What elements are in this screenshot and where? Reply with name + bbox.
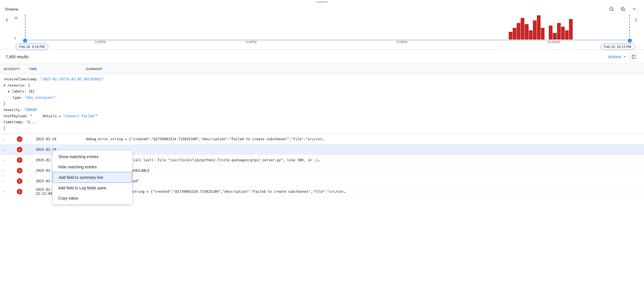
timeline-nav-left-button[interactable] — [2, 16, 11, 25]
results-count: 7,900 results — [6, 55, 28, 59]
row-expand-arrow[interactable]: › — [0, 169, 7, 173]
summary-cell: debug_error_string = {"created":"@173998… — [82, 137, 644, 141]
timeline-scroll-handle[interactable] — [316, 1, 328, 3]
zoom-out-button[interactable] — [606, 4, 617, 14]
log-field-labels: ▶ labels: {6} — [3, 89, 641, 95]
log-expanded-entry: receiveTimestamp: "2025-02-19T16:42:05.5… — [0, 74, 644, 134]
log-field-resource: ▼ resource: { — [3, 83, 641, 89]
context-menu-copy-value[interactable]: Copy value — [53, 193, 132, 203]
summary-cell: status = StatusCode.UNAVAILABLE — [82, 169, 644, 173]
severity-cell: ! — [7, 144, 32, 155]
severity-cell: ! — [7, 155, 32, 165]
table-header: SEVERITY TIME SUMMARY — [0, 64, 644, 74]
severity-cell: ! — [7, 166, 32, 176]
time-marker-2: 9:40PM — [246, 40, 257, 44]
severity-error-icon: ! — [17, 157, 22, 163]
severity-error-icon: ! — [17, 136, 22, 142]
context-menu-add-field-summary[interactable]: Add field to summary line — [53, 172, 132, 183]
y-axis-min: 0 — [14, 37, 16, 40]
y-axis-max: 4K — [14, 16, 18, 20]
row-expand-arrow[interactable]: › — [0, 190, 7, 194]
svg-rect-7 — [632, 55, 635, 58]
collapse-timeline-button[interactable] — [629, 4, 639, 14]
severity-cell: ! — [7, 176, 32, 186]
timeline-label-left[interactable]: Feb 19, 9:19 PM — [16, 44, 48, 50]
svg-line-4 — [624, 10, 625, 11]
log-field-receive-timestamp: receiveTimestamp: "2025-02-19T16:42:05.5… — [3, 76, 641, 83]
log-field-close: } — [3, 125, 641, 132]
severity-error-icon: ! — [17, 189, 22, 194]
time-marker-3: 9:50PM — [396, 40, 407, 44]
log-field-text-payload: textPayload: " details = "Connect Failed… — [3, 113, 641, 120]
context-menu-hide-matching[interactable]: Hide matching entries — [53, 162, 132, 172]
actions-button[interactable]: Actions — [608, 55, 627, 59]
zoom-in-button[interactable] — [618, 4, 628, 14]
summary-cell: details = "Connect Failed" — [82, 179, 644, 183]
summary-cell: ⊟ server debug_error_string = {"created"… — [82, 190, 644, 194]
timeline-nav-right-button[interactable] — [631, 16, 641, 25]
col-header-time: TIME — [26, 67, 82, 71]
severity-error-icon: ! — [17, 178, 22, 184]
log-field-type: type: "k8s_container" — [3, 95, 641, 101]
severity-error-icon: ! — [17, 147, 22, 152]
severity-cell: ! — [7, 134, 32, 144]
summary-cell: Traceback (most recent call last): File … — [82, 158, 644, 162]
log-field-timestamp: timestamp: "2... — [3, 119, 641, 125]
severity-cell: ! — [7, 187, 32, 197]
time-marker-4: 10:00PM — [547, 40, 560, 44]
row-expand-arrow[interactable]: › — [0, 137, 7, 141]
context-menu-show-matching[interactable]: Show matching entries — [53, 152, 132, 162]
timeline-title: Timeline — [5, 7, 18, 11]
time-cell: 2025-02-19 — [32, 137, 82, 141]
context-menu: Show matching entries Hide matching entr… — [53, 150, 132, 204]
log-field-resource-close: } — [3, 101, 641, 107]
results-bar: 7,900 results Actions — [0, 50, 644, 64]
time-marker-1: 9:30PM — [95, 40, 106, 44]
row-expand-arrow[interactable]: › — [0, 179, 7, 183]
timeline-section: Timeline 4K 0 — [0, 0, 644, 50]
row-expand-arrow[interactable]: › — [0, 158, 7, 162]
svg-line-1 — [612, 10, 614, 11]
col-header-severity: SEVERITY — [0, 67, 26, 71]
expand-button[interactable] — [629, 52, 638, 61]
col-header-summary: SUMMARY — [82, 67, 644, 71]
row-expand-arrow[interactable]: › — [0, 148, 7, 152]
log-field-severity: severity: "ERROR" — [3, 107, 641, 113]
timeline-label-right[interactable]: Feb 19, 10:13 PM — [601, 44, 635, 50]
table-row[interactable]: › ! 2025-02-19 debug_error_string = {"cr… — [0, 134, 644, 144]
context-menu-add-field-log[interactable]: Add field to Log fields pane — [53, 183, 132, 193]
severity-error-icon: ! — [17, 168, 22, 173]
